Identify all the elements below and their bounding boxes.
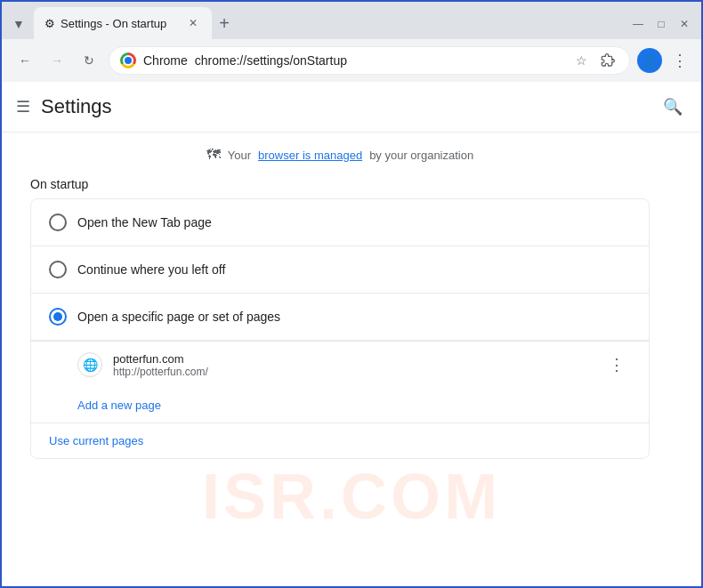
address-bar: ← → ↻ Chrome chrome://settings/onStartup… (2, 39, 701, 82)
window-controls: — □ ✕ (628, 14, 694, 39)
option-continue-label: Continue where you left off (77, 262, 225, 277)
tab-close-button[interactable]: ✕ (185, 15, 201, 31)
managed-banner: 🗺 Your browser is managed by your organi… (30, 147, 650, 163)
managed-text-after: by your organization (369, 149, 473, 162)
site-more-button[interactable]: ⋮ (602, 350, 631, 379)
tab-left-controls: ▼ (9, 14, 28, 39)
page-wrapper: ☰ Settings 🔍 🗺 Your browser is managed b… (2, 82, 701, 586)
site-favicon-icon: 🌐 (77, 352, 102, 377)
page-content: ☰ Settings 🔍 🗺 Your browser is managed b… (2, 82, 701, 473)
reload-button[interactable]: ↻ (77, 48, 101, 73)
radio-new-tab[interactable] (49, 213, 67, 231)
radio-selected-indicator (53, 312, 62, 321)
option-new-tab-label: Open the New Tab page (77, 215, 212, 230)
option-specific-page[interactable]: Open a specific page or set of pages (31, 294, 649, 341)
browser-managed-link[interactable]: browser is managed (258, 149, 362, 162)
option-specific-page-label: Open a specific page or set of pages (77, 310, 280, 324)
settings-title-area: ☰ Settings (16, 95, 112, 118)
site-name: potterfun.com (113, 352, 208, 366)
managed-text-before: Your (228, 149, 251, 162)
bookmark-icon[interactable]: ☆ (570, 50, 592, 71)
chrome-logo-icon (120, 52, 136, 68)
url-right-icons: ☆ (570, 50, 618, 71)
tab-favicon: ⚙ (44, 17, 55, 30)
tab-dropdown-arrow[interactable]: ▼ (9, 14, 28, 34)
forward-button[interactable]: → (44, 48, 69, 73)
new-tab-button[interactable]: + (212, 11, 237, 36)
site-info: potterfun.com http://potterfun.com/ (113, 352, 208, 378)
minimize-button[interactable]: — (628, 14, 648, 34)
tab-bar: ▼ ⚙ Settings - On startup ✕ + — □ ✕ (2, 2, 701, 39)
url-text: chrome://settings/onStartup (195, 53, 347, 68)
settings-body: 🗺 Your browser is managed by your organi… (2, 133, 678, 473)
option-continue[interactable]: Continue where you left off (31, 246, 649, 294)
option-new-tab[interactable]: Open the New Tab page (31, 199, 649, 246)
browser-frame: ▼ ⚙ Settings - On startup ✕ + — □ ✕ ← → … (0, 0, 703, 588)
settings-search-button[interactable]: 🔍 (659, 93, 687, 121)
settings-header: ☰ Settings 🔍 (2, 82, 701, 133)
tab-title: Settings - On startup (61, 17, 166, 30)
sidebar-toggle-button[interactable]: ☰ (16, 97, 30, 117)
section-title: On startup (30, 177, 650, 191)
site-url: http://potterfun.com/ (113, 366, 208, 378)
menu-button[interactable]: ⋮ (669, 50, 691, 71)
active-tab[interactable]: ⚙ Settings - On startup ✕ (34, 7, 212, 39)
use-current-pages-link[interactable]: Use current pages (31, 423, 649, 458)
maximize-button[interactable]: □ (651, 14, 671, 34)
site-entry: 🌐 potterfun.com http://potterfun.com/ ⋮ (31, 341, 649, 388)
close-button[interactable]: ✕ (675, 14, 694, 34)
settings-title: Settings (41, 95, 112, 118)
url-bar[interactable]: Chrome chrome://settings/onStartup ☆ (109, 46, 630, 75)
back-button[interactable]: ← (12, 48, 37, 73)
profile-button[interactable]: 👤 (637, 48, 662, 73)
radio-specific-page[interactable] (49, 308, 67, 326)
chrome-brand-label: Chrome (143, 53, 188, 68)
building-icon: 🗺 (206, 147, 221, 163)
radio-continue[interactable] (49, 261, 67, 278)
startup-options-card: Open the New Tab page Continue where you… (30, 198, 650, 459)
extensions-icon[interactable] (597, 50, 618, 71)
add-new-page-link[interactable]: Add a new page (31, 388, 649, 423)
